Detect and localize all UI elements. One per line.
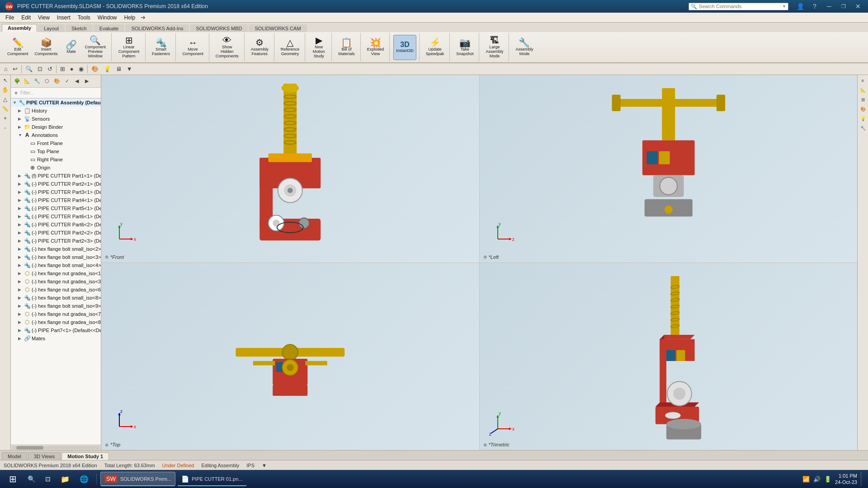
view-home-button[interactable]: ⌂ — [2, 64, 10, 74]
assembly-features-button[interactable]: ⚙ AssemblyFeatures — [248, 35, 271, 60]
tree-part6-1[interactable]: ▶ 🔩 (-) PIPE CUTTER Part6<1> (Defaul — [11, 212, 101, 221]
view-section-button[interactable]: ⊞ — [58, 64, 67, 74]
tree-nut8[interactable]: ▶ ⬡ (-) hex flange nut gradea_iso<8> — [11, 318, 101, 326]
tree-nut3[interactable]: ▶ ⬡ (-) hex flange nut gradea_iso<3> — [11, 277, 101, 286]
tab-evaluate[interactable]: Evaluate — [94, 24, 125, 32]
exploded-view-button[interactable]: 💥 ExplodedView — [364, 35, 387, 60]
tree-content[interactable]: ▼ 🔧 PIPE CUTTER Assembly (Default<Disp ▶… — [11, 99, 101, 445]
taskbar-sound-icon[interactable]: 🔊 — [813, 476, 821, 483]
zoom-in-button[interactable]: + — [1, 114, 10, 123]
search-input[interactable] — [699, 4, 780, 9]
view-hide-lines-button[interactable]: ◉ — [76, 64, 86, 74]
tree-scrollbar[interactable] — [11, 445, 101, 450]
help-arrow-icon[interactable]: ➜ — [141, 14, 146, 21]
tab-assembly[interactable]: Assembly — [2, 24, 37, 32]
user-icon[interactable]: 👤 — [794, 2, 807, 11]
show-hidden-button[interactable]: 👁 ShowHiddenComponents — [213, 35, 241, 60]
rp-btn-3[interactable]: ⊞ — [859, 95, 868, 104]
tree-front-plane[interactable]: ▭ Front Plane — [11, 139, 101, 147]
close-button[interactable]: ✕ — [852, 2, 864, 11]
update-speedpak-button[interactable]: ⚡ UpdateSpeedpak — [423, 35, 447, 60]
bill-of-materials-button[interactable]: 📋 Bill ofMaterials — [335, 35, 358, 60]
tab-layout[interactable]: Layout — [38, 24, 65, 32]
ft-config-button[interactable]: 🔧 — [33, 77, 42, 86]
ft-expand-button[interactable]: ▶ — [82, 77, 91, 86]
taskbar-browser[interactable]: 🌐 — [75, 472, 93, 486]
tree-part2-1[interactable]: ▶ 🔩 (-) PIPE CUTTER Part2<1> (Defaul — [11, 180, 101, 188]
large-assembly-mode-button[interactable]: 🏗 LargeAssemblyMode — [483, 35, 506, 60]
mate-button[interactable]: 🔗 Mate — [61, 35, 81, 60]
start-button[interactable]: ⊞ — [4, 472, 22, 486]
tree-part1[interactable]: ▶ 🔩 (f) PIPE CUTTER Part1<1> (Default — [11, 172, 101, 180]
tree-bolt4[interactable]: ▶ 🔩 (-) hex flange bolt small_iso<4> (I — [11, 261, 101, 269]
menu-view[interactable]: View — [34, 14, 53, 22]
menu-insert[interactable]: Insert — [53, 14, 74, 22]
rp-btn-5[interactable]: 💡 — [859, 114, 868, 123]
view-display-button[interactable]: ● — [68, 64, 76, 74]
instant3d-button[interactable]: 3D Instant3D — [393, 35, 416, 60]
minimize-button[interactable]: ─ — [823, 2, 835, 11]
tree-sensors[interactable]: ▶ 📡 Sensors — [11, 115, 101, 123]
ft-collapse-button[interactable]: ◀ — [72, 77, 81, 86]
tree-bolt9[interactable]: ▶ 🔩 (-) hex flange bolt small_iso<9> (I — [11, 302, 101, 310]
taskbar-clock[interactable]: 1:01 PM 24-Oct-23 — [835, 473, 857, 486]
menu-window[interactable]: Window — [94, 14, 121, 22]
measure-button[interactable]: 📏 — [1, 104, 10, 113]
component-preview-button[interactable]: 🔍 ComponentPreviewWindow — [82, 35, 109, 60]
move-component-button[interactable]: ↔ MoveComponent — [179, 35, 206, 60]
tree-right-plane[interactable]: ▭ Right Plane — [11, 155, 101, 164]
view-lights-button[interactable]: 💡 — [101, 64, 113, 74]
linear-pattern-button[interactable]: ⊞ LinearComponentPattern — [115, 35, 142, 60]
tab-solidworks-mbd[interactable]: SOLIDWORKS MBD — [190, 24, 248, 32]
tab-solidworks-addins[interactable]: SOLIDWORKS Add-Ins — [125, 24, 189, 32]
new-motion-study-button[interactable]: ▶ NewMotionStudy — [309, 35, 329, 60]
insert-components-button[interactable]: 📦 InsertComponents — [32, 35, 61, 60]
scroll-track[interactable] — [12, 446, 100, 450]
ft-properties-button[interactable]: 📐 — [23, 77, 32, 86]
restore-button[interactable]: ❐ — [837, 2, 850, 11]
tab-sketch[interactable]: Sketch — [66, 24, 93, 32]
smart-fasteners-button[interactable]: 🔩 SmartFasteners — [149, 35, 173, 60]
tree-origin[interactable]: ⊕ Origin — [11, 164, 101, 172]
ft-appearance-button[interactable]: 🎨 — [52, 77, 61, 86]
tree-part4-1[interactable]: ▶ 🔩 (-) PIPE CUTTER Part4<1> (Defaul — [11, 196, 101, 204]
rp-btn-6[interactable]: 🔧 — [859, 123, 868, 132]
rp-btn-4[interactable]: 🎨 — [859, 104, 868, 113]
view-more-button[interactable]: ▼ — [124, 64, 135, 74]
tree-history[interactable]: ▶ 📋 History — [11, 107, 101, 115]
tree-part2-3[interactable]: ▶ 🔩 (-) PIPE CUTTER Part2<3> (Defaul — [11, 237, 101, 245]
view-zoom-fit-button[interactable]: ⊡ — [35, 64, 45, 74]
viewport-left[interactable]: z y *Left — [480, 75, 858, 263]
tree-part5-1[interactable]: ▶ 🔩 (-) PIPE CUTTER Part5<1> (Defaul — [11, 204, 101, 212]
taskbar-file-explorer[interactable]: 📁 — [57, 472, 74, 486]
view-previous-button[interactable]: ↩ — [10, 64, 20, 74]
tree-bolt2[interactable]: ▶ 🔩 (-) hex flange bolt small_iso<2> (I — [11, 245, 101, 253]
tree-bolt3[interactable]: ▶ 🔩 (-) hex flange bolt small_iso<3> (I — [11, 253, 101, 261]
reference-geometry-button[interactable]: △ ReferenceGeometry — [278, 35, 302, 60]
menu-help[interactable]: Help — [121, 14, 139, 22]
viewport-front[interactable]: x y *Front — [101, 75, 479, 263]
tree-nut7[interactable]: ▶ ⬡ (-) hex flange nut gradea_iso<7> — [11, 310, 101, 318]
taskbar-task-view[interactable]: ⊡ — [41, 472, 55, 486]
zoom-out-button[interactable]: - — [1, 123, 10, 132]
view-scene-button[interactable]: 🖥 — [113, 64, 124, 74]
view-rotate-button[interactable]: ↺ — [45, 64, 55, 74]
taskbar-pipe-cutter[interactable]: 📄 PIPE CUTTER 01.pn... — [177, 472, 246, 486]
tree-part6-2[interactable]: ▶ 🔩 (-) PIPE CUTTER Part6<2> (Defaul — [11, 221, 101, 229]
tree-bolt8[interactable]: ▶ 🔩 (-) hex flange bolt small_iso<8> (I — [11, 294, 101, 302]
help-icon[interactable]: ? — [808, 2, 821, 11]
view-appearance-button[interactable]: 🎨 — [89, 64, 101, 74]
tree-annotations[interactable]: ▼ A Annotations — [11, 131, 101, 139]
take-snapshot-button[interactable]: 📷 TakeSnapshot — [453, 35, 476, 60]
rp-btn-1[interactable]: ≡ — [859, 76, 868, 85]
tab-motion-study-1[interactable]: Motion Study 1 — [61, 452, 109, 460]
ft-display-button[interactable]: ⬡ — [42, 77, 52, 86]
taskbar-search[interactable]: 🔍 — [24, 472, 39, 486]
tree-part7[interactable]: ▶ 🔩 (-) PIPE Part7<1> (Default<<Defa — [11, 326, 101, 334]
menu-edit[interactable]: Edit — [18, 14, 34, 22]
taskbar-network-icon[interactable]: 📶 — [802, 476, 810, 483]
tab-3d-views[interactable]: 3D Views — [28, 452, 61, 460]
ft-check-button[interactable]: ✓ — [62, 77, 71, 86]
scroll-thumb[interactable] — [16, 446, 43, 450]
tree-design-binder[interactable]: ▶ 📁 Design Binder — [11, 123, 101, 131]
